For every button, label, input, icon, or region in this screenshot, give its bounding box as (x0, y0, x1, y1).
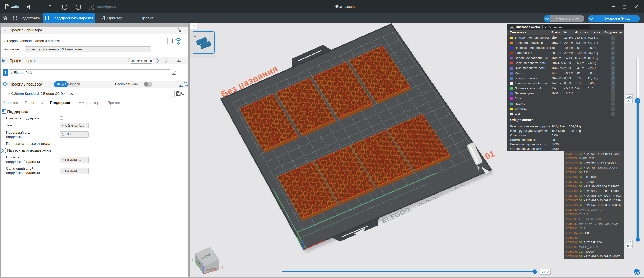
svg-text:y: y (192, 257, 194, 261)
svg-text:x: x (221, 265, 223, 270)
svg-text:01: 01 (484, 149, 496, 161)
svg-text:z: z (201, 262, 203, 266)
